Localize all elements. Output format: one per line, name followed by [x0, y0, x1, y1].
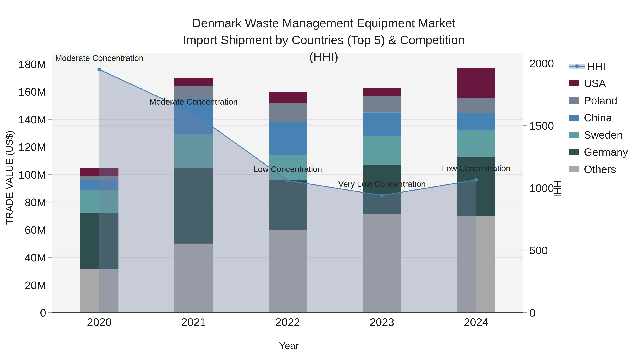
y-left-tick-label: 0: [40, 307, 46, 319]
y-right-tick-label: 2000: [529, 57, 554, 69]
hhi-marker-2021[interactable]: [192, 111, 195, 115]
legend-label: China: [584, 112, 612, 124]
hhi-line-swatch-icon: [569, 64, 584, 69]
legend-label: USA: [584, 77, 606, 89]
legend-swatch-icon: [569, 149, 579, 155]
y-left-tick-label: 120M: [18, 141, 46, 153]
x-tick-label: 2024: [464, 316, 488, 328]
bar-segment-china-2022[interactable]: [269, 122, 307, 155]
legend-item-sweden[interactable]: Sweden: [569, 126, 628, 143]
x-axis-title: Year: [235, 340, 342, 351]
legend-swatch-icon: [569, 97, 579, 103]
hhi-marker-2020[interactable]: [98, 68, 101, 71]
hhi-marker-2022[interactable]: [286, 179, 290, 182]
legend: HHIUSAPolandChinaSwedenGermanyOthers: [569, 57, 628, 178]
legend-item-germany[interactable]: Germany: [569, 143, 628, 161]
y-left-tick-label: 160M: [18, 86, 46, 98]
legend-swatch-icon: [569, 132, 579, 138]
bar-segment-usa-2021[interactable]: [174, 78, 213, 86]
y-axis-title-right: HHI: [552, 159, 563, 219]
chart-title: Denmark Waste Management Equipment Marke…: [181, 15, 467, 65]
y-left-tick-label: 140M: [18, 113, 46, 126]
bar-segment-china-2024[interactable]: [457, 113, 495, 130]
bar-segment-usa-2022[interactable]: [269, 92, 307, 103]
legend-label: Others: [584, 163, 616, 175]
hhi-import-chart: Moderate ConcentrationModerate Concentra…: [0, 0, 644, 362]
bar-segment-poland-2024[interactable]: [457, 98, 495, 113]
x-tick-label: 2022: [276, 316, 300, 328]
y-right-tick-label: 1000: [529, 182, 554, 194]
legend-label: HHI: [587, 60, 606, 72]
legend-label: Sweden: [584, 129, 623, 141]
chart-title-line1: Denmark Waste Management Equipment Marke…: [181, 15, 467, 31]
hhi-marker-2024[interactable]: [474, 178, 478, 182]
bar-segment-poland-2021[interactable]: [174, 86, 213, 99]
x-tick-label: 2020: [87, 316, 112, 328]
x-tick-label: 2023: [370, 316, 394, 328]
legend-item-poland[interactable]: Poland: [569, 92, 628, 109]
bar-segment-china-2023[interactable]: [363, 112, 401, 136]
y-right-tick-label: 1500: [529, 120, 554, 132]
legend-item-usa[interactable]: USA: [569, 75, 628, 92]
y-right-tick-label: 0: [529, 307, 536, 319]
bar-segment-usa-2024[interactable]: [457, 68, 495, 98]
legend-item-china[interactable]: China: [569, 109, 628, 126]
y-right-tick-label: 500: [529, 244, 548, 257]
legend-swatch-icon: [569, 80, 579, 86]
y-axis-title-left: TRADE VALUE (US$): [4, 153, 15, 225]
annotation-2020: Moderate Concentration: [55, 53, 144, 63]
y-left-tick-label: 60M: [24, 224, 46, 236]
bar-segment-poland-2023[interactable]: [363, 96, 401, 113]
bar-segment-poland-2022[interactable]: [269, 103, 307, 122]
chart-title-line2: Import Shipment by Countries (Top 5) & C…: [181, 31, 467, 65]
annotation-2024: Low Concentration: [442, 164, 510, 173]
annotation-2022: Low Concentration: [254, 164, 322, 174]
annotation-2021: Moderate Concentration: [149, 97, 238, 106]
y-left-tick-label: 80M: [24, 196, 46, 208]
y-left-tick-label: 40M: [24, 251, 46, 264]
legend-item-hhi[interactable]: HHI: [569, 57, 628, 75]
legend-label: Germany: [584, 146, 628, 158]
y-left-tick-label: 20M: [24, 279, 46, 291]
legend-swatch-icon: [569, 115, 579, 121]
bar-segment-usa-2023[interactable]: [363, 88, 401, 96]
annotation-2023: Very Low Concentration: [338, 179, 426, 189]
legend-label: Poland: [584, 94, 617, 107]
legend-swatch-icon: [569, 166, 579, 172]
bar-segment-sweden-2023[interactable]: [363, 136, 401, 165]
hhi-marker-2023[interactable]: [380, 194, 384, 197]
y-left-tick-label: 100M: [18, 169, 46, 181]
x-tick-label: 2021: [181, 316, 206, 328]
bar-segment-sweden-2024[interactable]: [457, 130, 495, 157]
y-left-tick-label: 180M: [18, 58, 46, 70]
legend-item-others[interactable]: Others: [569, 161, 628, 178]
